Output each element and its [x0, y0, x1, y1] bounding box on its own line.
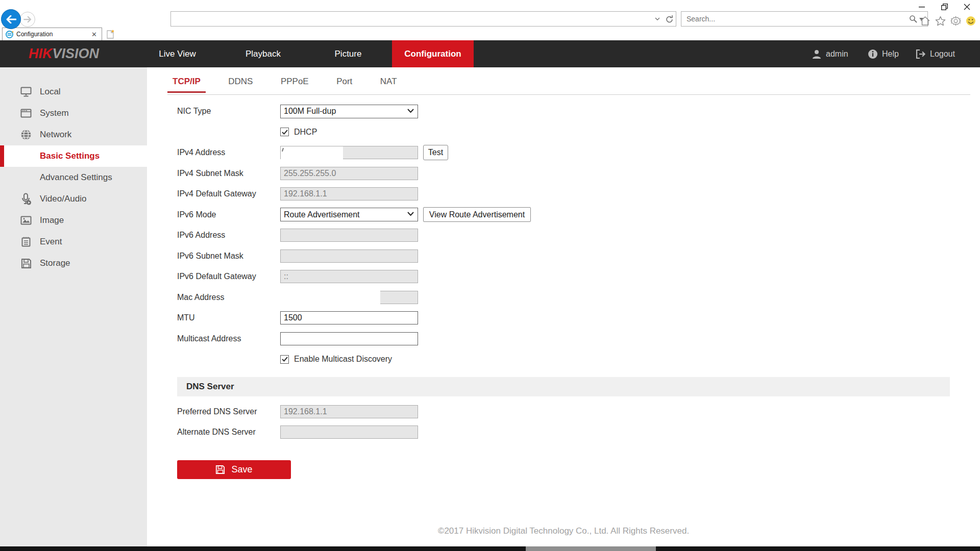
- close-button[interactable]: [955, 0, 978, 13]
- nav-picture[interactable]: Picture: [320, 40, 376, 67]
- ipv6-mode-value: Route Advertisement: [284, 210, 360, 219]
- alternate-dns-row: Alternate DNS Server: [177, 422, 963, 443]
- minimize-icon: [919, 4, 925, 10]
- monitor-icon: [20, 86, 32, 97]
- image-icon: [20, 215, 32, 226]
- sidebar-label: Video/Audio: [40, 194, 86, 204]
- sidebar-item-local[interactable]: Local: [0, 81, 147, 103]
- app-header: HIKVISION Live View Playback Picture Con…: [0, 40, 980, 67]
- sidebar-label: System: [40, 108, 69, 118]
- address-bar[interactable]: [170, 11, 676, 27]
- new-tab-page-icon: [105, 29, 115, 39]
- sidebar-item-network[interactable]: Network: [0, 124, 147, 145]
- browser-forward-button[interactable]: [20, 12, 35, 27]
- ipv4-subnet-row: IPv4 Subnet Mask: [177, 163, 963, 184]
- sidebar-item-advanced-settings[interactable]: Advanced Settings: [0, 167, 147, 188]
- nav-live-view[interactable]: Live View: [148, 40, 207, 67]
- new-tab-button[interactable]: [105, 29, 116, 39]
- refresh-icon[interactable]: [665, 15, 674, 23]
- address-dropdown-icon[interactable]: [655, 17, 660, 20]
- dhcp-row: DHCP: [177, 122, 963, 143]
- feedback-smiley-icon[interactable]: [966, 16, 976, 26]
- tab-ddns[interactable]: DDNS: [223, 77, 258, 92]
- nic-type-select[interactable]: 100M Full-dup: [280, 105, 418, 118]
- browser-back-button[interactable]: [1, 9, 21, 29]
- restore-button[interactable]: [933, 0, 955, 13]
- dhcp-checkbox[interactable]: [280, 128, 289, 136]
- ipv6-mode-select[interactable]: Route Advertisement: [280, 208, 418, 221]
- nic-type-row: NIC Type 100M Full-dup: [177, 101, 963, 122]
- bottom-scrollbar-track[interactable]: [0, 546, 980, 551]
- address-input[interactable]: [174, 12, 633, 26]
- ipv4-gateway-label: IPv4 Default Gateway: [177, 189, 280, 198]
- settings-gear-icon[interactable]: [950, 16, 961, 26]
- sidebar-label: Advanced Settings: [40, 172, 112, 183]
- home-icon[interactable]: [920, 16, 930, 26]
- close-icon: [964, 4, 970, 10]
- microphone-icon: [20, 193, 32, 205]
- favorites-star-icon[interactable]: [935, 16, 946, 26]
- help-link[interactable]: Help: [868, 40, 899, 67]
- check-icon: [282, 357, 288, 362]
- hikvision-logo: HIKVISION: [29, 40, 99, 67]
- search-input[interactable]: [681, 15, 909, 23]
- ipv6-gateway-input: [280, 270, 418, 283]
- nav-playback[interactable]: Playback: [234, 40, 292, 67]
- ipv6-subnet-label: IPv6 Subnet Mask: [177, 252, 280, 261]
- logout-link[interactable]: Logout: [916, 40, 955, 67]
- copyright-footer: ©2017 Hikvision Digital Technology Co., …: [147, 526, 980, 536]
- sidebar-item-image[interactable]: Image: [0, 210, 147, 231]
- tab-tcpip[interactable]: TCP/IP: [167, 77, 206, 92]
- minimize-button[interactable]: [911, 0, 933, 13]
- tab-port[interactable]: Port: [331, 77, 357, 92]
- sidebar-item-basic-settings[interactable]: Basic Settings: [0, 145, 147, 167]
- mac-address-row: Mac Address: [177, 287, 963, 308]
- multicast-discovery-checkbox[interactable]: [280, 355, 289, 364]
- test-button[interactable]: Test: [423, 145, 448, 160]
- multicast-address-input[interactable]: [280, 332, 418, 345]
- username: admin: [826, 49, 848, 59]
- scrollbar-thumb[interactable]: [526, 546, 656, 551]
- ipv4-subnet-label: IPv4 Subnet Mask: [177, 169, 280, 178]
- ipv6-mode-row: IPv6 Mode Route Advertisement View Route…: [177, 205, 963, 226]
- sidebar-label: Image: [40, 215, 64, 226]
- restore-icon: [941, 4, 948, 10]
- multicast-address-row: Multicast Address: [177, 329, 963, 349]
- multicast-address-label: Multicast Address: [177, 334, 280, 343]
- alternate-dns-input: [280, 425, 418, 439]
- multicast-discovery-label: Enable Multicast Discovery: [294, 355, 392, 364]
- search-icon[interactable]: [909, 15, 917, 23]
- ipv6-subnet-row: IPv6 Subnet Mask: [177, 246, 963, 267]
- tcpip-form: NIC Type 100M Full-dup DHCP IPv4 Addre: [177, 101, 963, 479]
- view-route-advertisement-button[interactable]: View Route Advertisement: [423, 207, 531, 222]
- save-label: Save: [231, 464, 252, 475]
- globe-icon: [20, 129, 32, 140]
- logo-vision: VISION: [53, 46, 100, 62]
- mtu-input[interactable]: [280, 311, 418, 324]
- sidebar-item-event[interactable]: Event: [0, 231, 147, 253]
- browser-toolbar: [920, 14, 976, 28]
- event-icon: [20, 236, 32, 247]
- logout-icon: [916, 49, 926, 59]
- sidebar-item-video-audio[interactable]: Video/Audio: [0, 188, 147, 210]
- search-box[interactable]: [681, 11, 928, 27]
- user-icon: [812, 49, 822, 59]
- sidebar-label: Network: [40, 130, 71, 140]
- forward-arrow-icon: [23, 16, 32, 22]
- sidebar-label: Event: [40, 237, 62, 247]
- sidebar-item-system[interactable]: System: [0, 103, 147, 124]
- browser-tab[interactable]: Configuration ✕: [2, 28, 102, 40]
- logo-hik: HIK: [29, 46, 53, 62]
- chevron-down-icon: [407, 109, 414, 113]
- tab-row: Configuration ✕: [0, 28, 980, 40]
- save-button[interactable]: Save: [177, 460, 291, 479]
- multicast-discovery-row: Enable Multicast Discovery: [177, 349, 963, 370]
- nav-configuration[interactable]: Configuration: [392, 40, 474, 67]
- tab-pppoe[interactable]: PPPoE: [276, 77, 314, 92]
- settings-tabs: TCP/IP DDNS PPPoE Port NAT: [167, 77, 970, 95]
- sidebar-item-storage[interactable]: Storage: [0, 253, 147, 274]
- nic-type-label: NIC Type: [177, 107, 280, 116]
- redaction-overlay: [281, 146, 343, 160]
- tab-close-icon[interactable]: ✕: [90, 31, 99, 38]
- tab-nat[interactable]: NAT: [375, 77, 402, 92]
